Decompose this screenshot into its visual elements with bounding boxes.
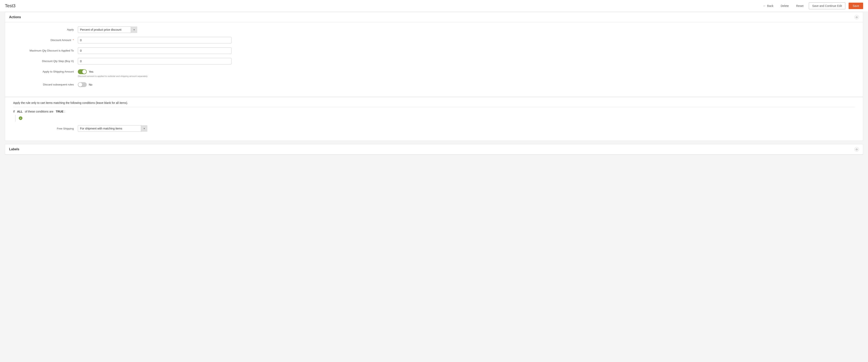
apply-shipping-hint: Discount amount is applied to subtotal a… [78, 75, 231, 77]
discount-qty-step-field [78, 58, 231, 64]
labels-section: Labels ⊖ [5, 144, 863, 155]
page-title: Test3 [5, 3, 16, 8]
labels-collapse-symbol: ⊖ [856, 148, 858, 151]
add-condition-button[interactable]: + [19, 117, 23, 120]
free-shipping-label: Free Shipping [13, 127, 78, 130]
discount-amount-field [78, 37, 231, 43]
back-label: Back [767, 4, 773, 7]
actions-collapse-icon[interactable]: ⊖ [855, 15, 859, 20]
condition-tree: + [15, 115, 855, 122]
max-qty-label: Maximum Qty Discount is Applied To [13, 47, 78, 52]
apply-shipping-toggle-knob [82, 70, 86, 74]
apply-shipping-row: Apply to Shipping Amount Yes Discount am… [13, 68, 855, 77]
discount-qty-step-row: Discount Qty Step (Buy X) [13, 58, 855, 64]
back-arrow-icon: ← [763, 4, 766, 7]
page-header: Test3 ← Back Delete Reset Save and Conti… [0, 0, 868, 12]
reset-button[interactable]: Reset [794, 3, 806, 9]
apply-shipping-field: Yes Discount amount is applied to subtot… [78, 68, 231, 77]
max-qty-row: Maximum Qty Discount is Applied To [13, 47, 855, 54]
max-qty-input[interactable] [78, 47, 231, 54]
save-button[interactable]: Save [848, 3, 863, 9]
apply-select[interactable]: Percent of product price discount Fixed … [78, 27, 137, 33]
save-continue-button[interactable]: Save and Continue Edit [809, 2, 845, 9]
back-button[interactable]: ← Back [761, 3, 775, 9]
discount-amount-row: Discount Amount * [13, 37, 855, 43]
collapse-symbol: ⊖ [856, 15, 858, 19]
apply-select-wrapper: Percent of product price discount Fixed … [78, 27, 137, 33]
labels-collapse-icon[interactable]: ⊖ [855, 147, 859, 152]
all-text[interactable]: ALL [17, 110, 23, 113]
discard-rules-field: No [78, 81, 231, 87]
main-content: Actions ⊖ Apply Percent of product price… [0, 12, 868, 163]
apply-field: Percent of product price discount Fixed … [78, 27, 231, 33]
actions-section: Actions ⊖ Apply Percent of product price… [5, 12, 863, 141]
apply-shipping-toggle-wrapper: Yes [78, 68, 231, 74]
apply-shipping-toggle[interactable] [78, 69, 87, 74]
delete-button[interactable]: Delete [779, 3, 791, 9]
discard-rules-toggle-knob [78, 83, 82, 87]
labels-section-title: Labels [9, 147, 20, 151]
actions-section-header[interactable]: Actions ⊖ [5, 12, 863, 23]
actions-section-title: Actions [9, 15, 21, 19]
apply-shipping-label: Apply to Shipping Amount [13, 68, 78, 73]
conditions-subsection: Apply the rule only to cart items matchi… [5, 97, 863, 137]
max-qty-field [78, 47, 231, 54]
discount-qty-step-input[interactable] [78, 58, 231, 64]
discard-rules-label: Discard subsequent rules [13, 81, 78, 86]
conditions-if-line: If ALL of these conditions are TRUE : [13, 110, 855, 113]
labels-section-header[interactable]: Labels ⊖ [5, 144, 863, 155]
discard-rules-row: Discard subsequent rules No [13, 81, 855, 87]
free-shipping-select[interactable]: No For matching items only For shipment … [78, 125, 147, 132]
apply-shipping-toggle-label: Yes [89, 70, 93, 73]
actions-section-body: Apply Percent of product price discount … [5, 23, 863, 97]
discount-qty-step-label: Discount Qty Step (Buy X) [13, 58, 78, 63]
apply-row: Apply Percent of product price discount … [13, 27, 855, 33]
if-text: If [13, 110, 15, 113]
discard-rules-toggle[interactable] [78, 82, 87, 87]
free-shipping-row: Free Shipping No For matching items only… [13, 125, 855, 132]
discard-rules-toggle-wrapper: No [78, 81, 231, 87]
add-icon: + [20, 117, 22, 120]
colon-text: : [64, 110, 65, 113]
free-shipping-select-wrapper: No For matching items only For shipment … [78, 125, 147, 132]
discount-amount-label: Discount Amount * [13, 37, 78, 42]
apply-label: Apply [13, 27, 78, 31]
required-marker: * [73, 39, 74, 42]
conditions-intro-text: Apply the rule only to cart items matchi… [13, 101, 855, 107]
true-text[interactable]: TRUE [56, 110, 63, 113]
free-shipping-field: No For matching items only For shipment … [78, 125, 147, 132]
discard-rules-toggle-label: No [89, 83, 92, 86]
conditions-true-text: of these conditions are [25, 110, 53, 113]
header-actions: ← Back Delete Reset Save and Continue Ed… [761, 2, 863, 9]
discount-amount-input[interactable] [78, 37, 231, 43]
